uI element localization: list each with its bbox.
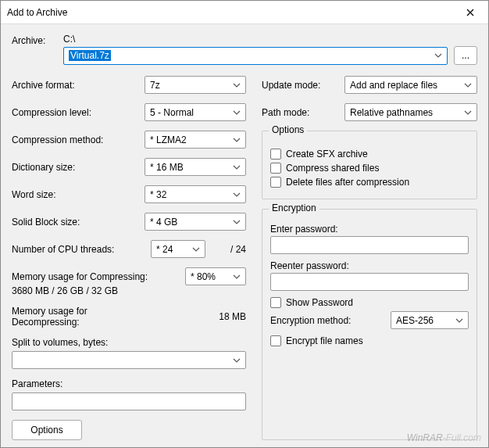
word-label: Word size: [12, 189, 145, 200]
threads-combo[interactable]: * 24 [151, 240, 205, 258]
enc-method-label: Encryption method: [270, 315, 384, 326]
format-label: Archive format: [12, 80, 145, 91]
delete-checkbox[interactable]: Delete files after compression [270, 177, 469, 188]
sfx-checkbox[interactable]: Create SFX archive [270, 149, 469, 159]
password-input[interactable] [270, 236, 469, 254]
chevron-down-icon [233, 192, 241, 197]
dialog-body: Archive: C:\ Virtual.7z ... Archive form… [1, 24, 488, 446]
password-reenter-input[interactable] [270, 273, 469, 291]
chevron-down-icon [233, 138, 241, 142]
chevron-down-icon [233, 165, 241, 170]
chevron-down-icon [434, 53, 442, 58]
dict-combo[interactable]: * 16 MB [145, 158, 246, 176]
shared-checkbox[interactable]: Compress shared files [270, 163, 469, 174]
memd-value: 18 MB [145, 311, 246, 322]
chevron-down-icon [233, 110, 241, 115]
enc-method-combo[interactable]: AES-256 [391, 311, 469, 329]
archive-name-combo[interactable]: Virtual.7z [63, 47, 448, 65]
chevron-down-icon [233, 358, 241, 363]
params-input[interactable] [12, 392, 246, 410]
solid-label: Solid Block size: [12, 217, 145, 228]
threads-label: Number of CPU threads: [12, 244, 145, 255]
checkbox-icon [270, 335, 281, 346]
memc-combo[interactable]: * 80% [185, 267, 246, 285]
titlebar: Add to Archive [1, 1, 488, 24]
archive-row: Archive: C:\ Virtual.7z ... [12, 34, 477, 65]
options-button[interactable]: Options [12, 420, 82, 440]
pathmode-combo[interactable]: Relative pathnames [344, 103, 477, 121]
solid-combo[interactable]: * 4 GB [145, 213, 246, 231]
split-label: Split to volumes, bytes: [12, 337, 246, 348]
encryption-group: Encryption Enter password: Reenter passw… [262, 209, 477, 440]
level-label: Compression level: [12, 107, 145, 118]
enter-password-label: Enter password: [270, 224, 469, 235]
format-combo[interactable]: 7z [145, 76, 246, 94]
chevron-down-icon [233, 220, 241, 224]
chevron-down-icon [464, 83, 472, 88]
chevron-down-icon [233, 83, 241, 88]
right-column: Update mode: Add and replace files Path … [262, 76, 477, 440]
add-to-archive-dialog: Add to Archive Archive: C:\ Virtual.7z .… [0, 0, 489, 448]
options-group: Options Create SFX archive Compress shar… [262, 131, 477, 199]
archive-name-selected: Virtual.7z [69, 50, 111, 61]
chevron-down-icon [233, 274, 241, 279]
update-label: Update mode: [262, 80, 337, 91]
window-title: Add to Archive [7, 7, 452, 18]
encrypt-names-checkbox[interactable]: Encrypt file names [270, 335, 469, 346]
browse-button[interactable]: ... [454, 46, 477, 65]
close-button[interactable] [452, 1, 488, 24]
checkbox-icon [270, 177, 281, 188]
checkbox-icon [270, 297, 281, 308]
reenter-password-label: Reenter password: [270, 260, 469, 271]
memd-label: Memory usage for Decompressing: [12, 306, 145, 328]
params-label: Parameters: [12, 378, 246, 389]
checkbox-icon [270, 149, 281, 159]
close-icon [466, 9, 474, 16]
chevron-down-icon [455, 318, 463, 323]
left-column: Archive format: 7z Compression level: 5 … [12, 76, 246, 440]
split-combo[interactable] [12, 351, 246, 369]
method-combo[interactable]: * LZMA2 [145, 131, 246, 149]
checkbox-icon [270, 163, 281, 174]
options-legend: Options [269, 124, 307, 135]
chevron-down-icon [464, 110, 472, 115]
show-password-checkbox[interactable]: Show Password [270, 297, 469, 308]
encryption-legend: Encryption [269, 202, 319, 213]
threads-total: / 24 [230, 244, 246, 255]
level-combo[interactable]: 5 - Normal [145, 103, 246, 121]
archive-label: Archive: [12, 34, 51, 46]
pathmode-label: Path mode: [262, 107, 337, 118]
update-combo[interactable]: Add and replace files [344, 76, 477, 94]
memc-label: Memory usage for Compressing: [12, 271, 185, 282]
chevron-down-icon [192, 247, 200, 252]
archive-path: C:\ [63, 34, 477, 45]
dict-label: Dictionary size: [12, 162, 145, 173]
method-label: Compression method: [12, 134, 145, 145]
word-combo[interactable]: * 32 [145, 185, 246, 203]
memc-value: 3680 MB / 26 GB / 32 GB [12, 285, 246, 296]
